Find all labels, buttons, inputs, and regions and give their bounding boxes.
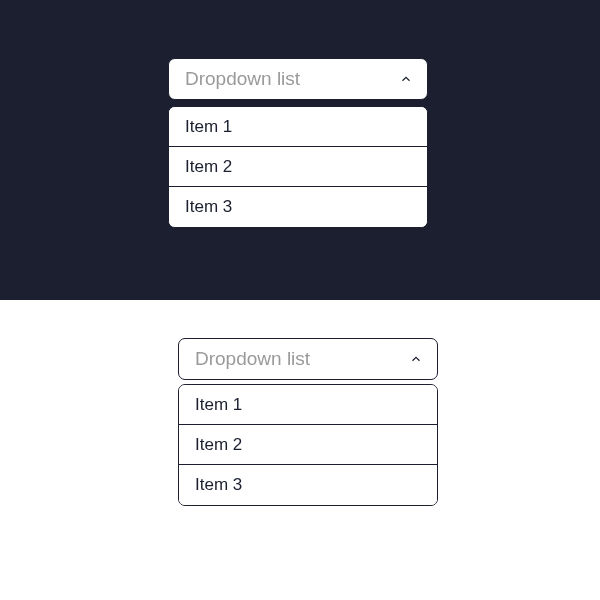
dropdown-item[interactable]: Item 3	[169, 187, 427, 227]
dropdown-item-label: Item 3	[185, 197, 232, 217]
light-panel: Dropdown list Item 1 Item 2 Item 3	[0, 300, 600, 600]
dropdown-item[interactable]: Item 1	[179, 385, 437, 425]
dropdown-list: Item 1 Item 2 Item 3	[168, 106, 428, 228]
dropdown-toggle[interactable]: Dropdown list	[168, 58, 428, 100]
dropdown-item[interactable]: Item 2	[179, 425, 437, 465]
dropdown-item[interactable]: Item 2	[169, 147, 427, 187]
dropdown-label: Dropdown list	[195, 348, 310, 370]
dropdown-label: Dropdown list	[185, 68, 300, 90]
dropdown-item-label: Item 2	[185, 157, 232, 177]
dropdown-item[interactable]: Item 1	[169, 107, 427, 147]
dark-panel: Dropdown list Item 1 Item 2 Item 3	[0, 0, 600, 300]
dropdown-light: Dropdown list Item 1 Item 2 Item 3	[178, 338, 438, 506]
dropdown-list: Item 1 Item 2 Item 3	[178, 384, 438, 506]
dropdown-toggle[interactable]: Dropdown list	[178, 338, 438, 380]
dropdown-item-label: Item 2	[195, 435, 242, 455]
dropdown-item-label: Item 1	[195, 395, 242, 415]
dropdown-item[interactable]: Item 3	[179, 465, 437, 505]
chevron-up-icon	[409, 352, 423, 366]
dropdown-dark: Dropdown list Item 1 Item 2 Item 3	[168, 58, 428, 228]
dropdown-item-label: Item 3	[195, 475, 242, 495]
dropdown-item-label: Item 1	[185, 117, 232, 137]
chevron-up-icon	[399, 72, 413, 86]
